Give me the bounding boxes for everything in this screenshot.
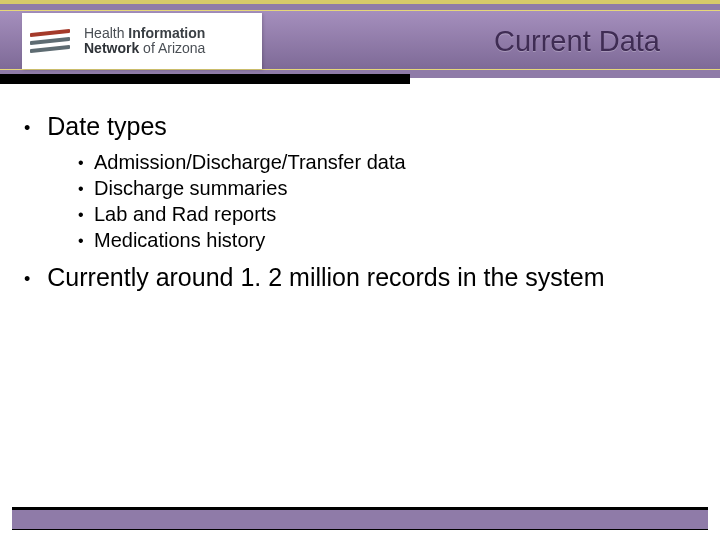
header-band: Health Information Network of Arizona Cu… — [0, 0, 720, 78]
list-item: Date types Admission/Discharge/Transfer … — [26, 112, 694, 253]
logo-line1-prefix: Health — [84, 25, 128, 41]
logo-line2-suffix: of Arizona — [139, 40, 205, 56]
header-inner: Health Information Network of Arizona Cu… — [0, 10, 720, 70]
logo-mark-icon — [26, 19, 74, 63]
sub-bullet-text: Admission/Discharge/Transfer data — [94, 151, 406, 173]
bullet-text: Currently around 1. 2 million records in… — [47, 263, 604, 291]
slide-body: Date types Admission/Discharge/Transfer … — [0, 78, 720, 292]
sub-bullet-text: Discharge summaries — [94, 177, 287, 199]
slide: { "header": { "title": "Current Data", "… — [0, 0, 720, 540]
sub-bullet-text: Lab and Rad reports — [94, 203, 276, 225]
slide-title: Current Data — [494, 25, 660, 58]
org-logo: Health Information Network of Arizona — [22, 13, 262, 69]
sub-bullet-list: Admission/Discharge/Transfer data Discha… — [78, 149, 694, 253]
sub-bullet-text: Medications history — [94, 229, 265, 251]
bullet-list: Date types Admission/Discharge/Transfer … — [26, 112, 694, 292]
list-item: Admission/Discharge/Transfer data — [78, 149, 694, 175]
footer-bar — [12, 510, 708, 530]
logo-line1-emph: Information — [128, 25, 205, 41]
list-item: Medications history — [78, 227, 694, 253]
list-item: Lab and Rad reports — [78, 201, 694, 227]
logo-text: Health Information Network of Arizona — [84, 26, 205, 55]
list-item: Discharge summaries — [78, 175, 694, 201]
logo-line2-emph: Network — [84, 40, 139, 56]
header-accent-bar — [0, 74, 410, 84]
list-item: Currently around 1. 2 million records in… — [26, 263, 694, 292]
bullet-text: Date types — [47, 112, 167, 140]
